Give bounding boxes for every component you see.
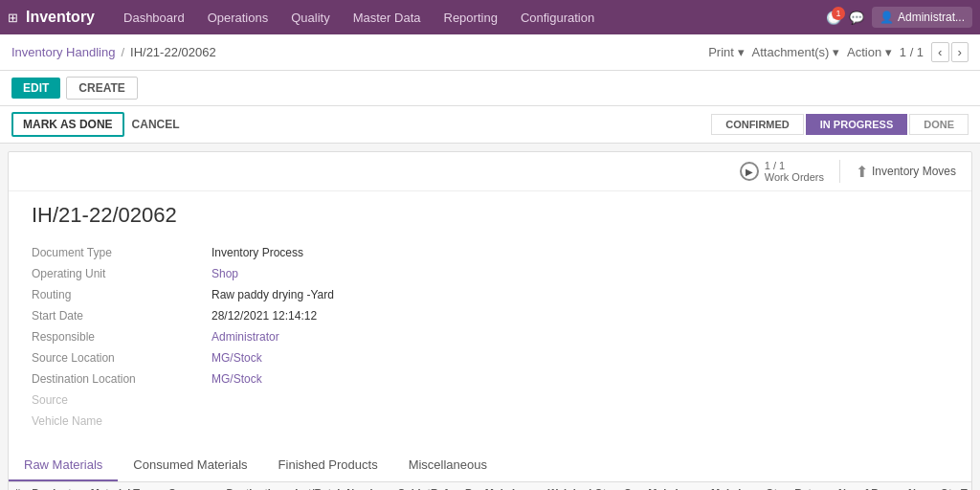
work-orders-button[interactable]: ▶ 1 / 1 Work Orders: [740, 160, 824, 183]
nav-arrows: ‹ ›: [931, 42, 969, 62]
breadcrumb: Inventory Handling / IH/21-22/02062: [11, 45, 216, 59]
next-arrow[interactable]: ›: [951, 42, 969, 62]
table-header: Source: [163, 482, 220, 490]
nav-quality[interactable]: Quality: [281, 0, 339, 34]
form-field-value[interactable]: Shop: [212, 264, 948, 283]
notification-icon[interactable]: 🕐 1: [826, 11, 841, 25]
wo-label: Work Orders: [765, 171, 824, 183]
status-done[interactable]: DONE: [909, 114, 969, 135]
table-header: Rate: [789, 482, 833, 490]
nav-dashboard[interactable]: Dashboard: [114, 0, 194, 34]
inventory-moves-button[interactable]: ⬆ Inventory Moves: [856, 163, 956, 181]
tab-finished-products[interactable]: Finished Products: [263, 450, 393, 481]
form-field-label: Routing: [32, 285, 204, 304]
chat-icon[interactable]: 💬: [849, 11, 864, 25]
table-header: Nos: [902, 482, 934, 490]
top-navigation: ⊞ Inventory Dashboard Operations Quality…: [0, 0, 980, 34]
tabs-bar: Raw MaterialsConsumed MaterialsFinished …: [9, 450, 971, 482]
form-field-value[interactable]: MG/Stock: [212, 348, 948, 368]
form-title: IH/21-22/02062: [32, 203, 948, 228]
table-header: Pre.Mois.Loss: [459, 482, 543, 490]
table-header[interactable]: Qty To Consume ▲: [934, 482, 971, 490]
tab-raw-materials[interactable]: Raw Materials: [9, 450, 118, 481]
breadcrumb-parent[interactable]: Inventory Handling: [11, 45, 115, 59]
status-steps: CONFIRMED IN PROGRESS DONE: [711, 114, 969, 135]
form-fields: Document TypeInventory ProcessOperating …: [32, 243, 948, 431]
form-field-label: Source: [32, 390, 204, 410]
form-field-value: [212, 390, 948, 410]
action-bar: EDIT CREATE: [0, 71, 980, 106]
form-field-label: Start Date: [32, 306, 204, 325]
app-title: Inventory: [26, 9, 95, 26]
table-header: Mois.Loss Qty: [705, 482, 789, 490]
form-field-label: Source Location: [32, 348, 204, 368]
form-field-label: Responsible: [32, 327, 204, 346]
grid-icon[interactable]: ⊞: [8, 11, 18, 25]
form-body: IH/21-22/02062 Document TypeInventory Pr…: [9, 191, 971, 450]
nav-operations[interactable]: Operations: [198, 0, 278, 34]
table-header: Destination: [220, 482, 289, 490]
print-link[interactable]: Print ▾: [708, 45, 744, 59]
table-header: Curr.Mois.Loss: [618, 482, 705, 490]
main-content: ▶ 1 / 1 Work Orders ⬆ Inventory Moves IH…: [0, 144, 980, 490]
raw-materials-table: #ProductMaterial TypeSourceDestinationLo…: [9, 482, 971, 490]
inventory-moves-label: Inventory Moves: [872, 165, 956, 178]
action-link[interactable]: Action ▾: [847, 45, 892, 59]
status-in-progress[interactable]: IN PROGRESS: [806, 114, 907, 135]
mark-as-done-button[interactable]: MARK AS DONE: [11, 112, 124, 137]
table-header: #: [9, 482, 26, 490]
create-button[interactable]: CREATE: [66, 77, 137, 100]
nav-reporting[interactable]: Reporting: [434, 0, 507, 34]
breadcrumb-separator: /: [121, 45, 124, 59]
form-field-label: Destination Location: [32, 369, 204, 389]
status-bar: MARK AS DONE CANCEL CONFIRMED IN PROGRES…: [0, 106, 980, 144]
notification-badge: 1: [832, 7, 845, 20]
breadcrumb-right: Print ▾ Attachment(s) ▾ Action ▾ 1 / 1 ‹…: [708, 42, 969, 62]
table-header: Lot/Batch Number: [289, 482, 391, 490]
cancel-button[interactable]: CANCEL: [132, 118, 180, 131]
breadcrumb-current: IH/21-22/02062: [130, 45, 216, 59]
form-field-label: Document Type: [32, 243, 204, 262]
breadcrumb-bar: Inventory Handling / IH/21-22/02062 Prin…: [0, 34, 980, 71]
table-header: Material Type: [85, 482, 164, 490]
page-count: 1 / 1: [900, 45, 924, 59]
form-field-value[interactable]: Administrator: [212, 327, 948, 346]
table-header: Product: [26, 482, 85, 490]
form-field-value: Raw paddy drying -Yard: [212, 285, 948, 304]
divider: [839, 160, 840, 183]
form-field-value: 28/12/2021 12:14:12: [212, 306, 948, 325]
nav-configuration[interactable]: Configuration: [511, 0, 604, 34]
user-name: Administrat...: [898, 11, 965, 24]
table-container: #ProductMaterial TypeSourceDestinationLo…: [9, 482, 971, 490]
form-field-value: [212, 412, 948, 431]
tab-consumed-materials[interactable]: Consumed Materials: [118, 450, 262, 481]
wo-bar: ▶ 1 / 1 Work Orders ⬆ Inventory Moves: [9, 152, 971, 191]
prev-arrow[interactable]: ‹: [931, 42, 948, 62]
work-orders-icon: ▶: [740, 162, 759, 181]
edit-button[interactable]: EDIT: [11, 78, 60, 99]
form-card: ▶ 1 / 1 Work Orders ⬆ Inventory Moves IH…: [8, 151, 972, 490]
table-header: Weighed Qty: [543, 482, 618, 490]
wo-count: 1 / 1: [765, 160, 824, 171]
form-field-value[interactable]: MG/Stock: [212, 369, 948, 389]
nav-master-data[interactable]: Master Data: [344, 0, 431, 34]
tab-miscellaneous[interactable]: Miscellaneous: [393, 450, 502, 481]
user-avatar-icon: 👤: [880, 11, 894, 24]
form-field-label: Operating Unit: [32, 264, 204, 283]
form-field-value: Inventory Process: [212, 243, 948, 262]
table-header: SublotRef.: [392, 482, 459, 490]
form-field-label: Vehicle Name: [32, 412, 204, 431]
user-menu[interactable]: 👤 Administrat...: [872, 7, 972, 28]
status-confirmed[interactable]: CONFIRMED: [711, 114, 804, 135]
attachment-link[interactable]: Attachment(s) ▾: [752, 45, 840, 59]
inventory-moves-icon: ⬆: [856, 163, 868, 181]
table-header: No. of Bags: [833, 482, 902, 490]
